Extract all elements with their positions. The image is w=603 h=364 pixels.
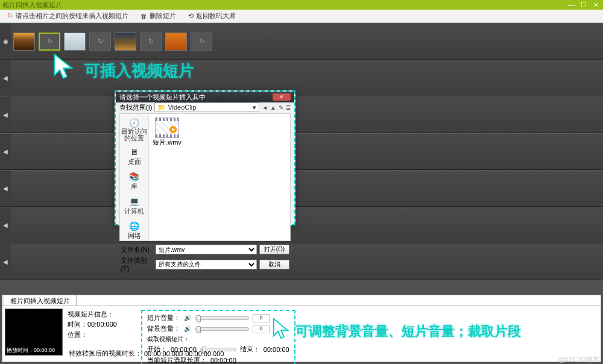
- file-dialog: 请选择一个视频短片插入其中 ✕ 查找范围(I) 📁 VideoClip ▾ ◄ …: [115, 90, 295, 225]
- duration-after-effect: 特效转换后的视频时长： 00:00:00.000 00:00:00.000: [69, 349, 224, 358]
- photo-thumb[interactable]: [165, 33, 187, 51]
- nav-up-icon[interactable]: ▲: [270, 104, 276, 111]
- place-recent[interactable]: 🕘最近访问的位置: [120, 118, 148, 142]
- photo-thumb[interactable]: [13, 33, 35, 51]
- toolbar-hint: ⚐ 请点击相片之间的按钮来插入视频短片: [7, 11, 128, 20]
- filename-field[interactable]: 短片.wmv: [156, 245, 257, 254]
- trash-icon: 🗑: [140, 13, 147, 20]
- file-item[interactable]: ▶ 短片.wmv: [153, 118, 182, 147]
- folder-icon: 📁: [157, 104, 166, 111]
- filename-label: 文件名(N): [121, 245, 153, 254]
- dialog-titlebar[interactable]: 请选择一个视频短片插入其中 ✕: [116, 92, 294, 102]
- dialog-close-button[interactable]: ✕: [273, 93, 291, 101]
- return-icon: ⟲: [188, 12, 194, 20]
- photo-thumb[interactable]: [115, 33, 136, 51]
- track-handle[interactable]: ◀: [0, 207, 11, 243]
- max-button[interactable]: ☐: [579, 2, 589, 8]
- place-desktop[interactable]: 🖥桌面: [128, 146, 141, 166]
- speaker-icon[interactable]: 🔊: [184, 315, 191, 321]
- track-row: ◀: [0, 170, 603, 207]
- track-row: ◀: [0, 133, 603, 170]
- cursor-icon: [271, 316, 295, 340]
- preview-time: 播放时间：00:00:00: [5, 346, 62, 355]
- info-header: 视频短片信息：: [68, 310, 135, 319]
- open-button[interactable]: 打开(O): [259, 245, 289, 254]
- cancel-button[interactable]: 取消: [259, 260, 289, 269]
- transition-slot[interactable]: ↻: [140, 33, 162, 51]
- watermark: @51CTO博客: [558, 355, 599, 364]
- clock-icon: 🕘: [129, 118, 140, 128]
- delete-clip-button[interactable]: 🗑 删除短片: [140, 11, 176, 20]
- track-handle[interactable]: ◀: [0, 171, 11, 206]
- clip-volume-value[interactable]: 0: [253, 314, 270, 322]
- track-handle[interactable]: ◉: [0, 24, 11, 59]
- library-icon: 📚: [129, 171, 140, 182]
- end-time[interactable]: 00:00:00: [264, 346, 289, 353]
- transition-slot[interactable]: ↻: [89, 33, 111, 51]
- place-computer[interactable]: 💻计算机: [124, 196, 144, 216]
- track-handle[interactable]: ◀: [0, 60, 11, 96]
- folder-dropdown[interactable]: 📁 VideoClip ▾: [154, 102, 259, 112]
- close-button[interactable]: ⨯: [591, 2, 601, 8]
- nav-view-icon[interactable]: ≣: [286, 104, 291, 111]
- filetype-field[interactable]: 所有支持的文件: [156, 260, 257, 269]
- back-button[interactable]: ⟲ 返回数码大师: [188, 11, 236, 20]
- track-handle[interactable]: ◀: [0, 244, 11, 280]
- computer-icon: 💻: [129, 196, 140, 207]
- bg-volume-label: 背景音量：: [147, 324, 180, 333]
- cursor-icon: [51, 51, 81, 81]
- clip-volume-label: 短片音量：: [147, 313, 180, 322]
- track-row: ◀: [0, 96, 603, 133]
- titlebar: 相片间插入视频短片 –– ☐ ⨯: [0, 0, 603, 10]
- speaker-icon[interactable]: 🔊: [184, 325, 191, 332]
- app-title: 相片间插入视频短片: [2, 1, 62, 10]
- preview-box[interactable]: 播放时间：00:00:00: [5, 309, 63, 356]
- transition-slot[interactable]: ↻: [191, 33, 212, 51]
- lookin-label: 查找范围(I): [119, 103, 152, 112]
- min-button[interactable]: ––: [567, 2, 576, 8]
- callout-adjust-volume: 可调整背景音量、短片音量；裁取片段: [295, 322, 521, 340]
- toolbar: ⚐ 请点击相片之间的按钮来插入视频短片 🗑 删除短片 ⟲ 返回数码大师: [0, 10, 603, 23]
- panel-tab[interactable]: 相片间插入视频短片: [4, 295, 77, 306]
- network-icon: 🌐: [129, 221, 140, 231]
- places-sidebar: 🕘最近访问的位置 🖥桌面 📚库 💻计算机 🌐网络: [120, 114, 149, 240]
- filetype-label: 文件类型(T): [121, 256, 153, 272]
- place-network[interactable]: 🌐网络: [128, 221, 141, 240]
- callout-insert-clip: 可插入视频短片: [84, 60, 194, 81]
- track-handle[interactable]: ◀: [0, 97, 11, 133]
- photo-thumb[interactable]: [64, 33, 86, 51]
- bg-volume-value[interactable]: 0: [253, 325, 270, 333]
- place-library[interactable]: 📚库: [129, 171, 140, 191]
- nav-back-icon[interactable]: ◄: [262, 104, 268, 111]
- file-list[interactable]: ▶ 短片.wmv: [149, 114, 290, 240]
- desktop-icon: 🖥: [129, 146, 140, 157]
- track-row: ◀: [0, 207, 603, 243]
- clip-volume-slider[interactable]: [195, 316, 249, 320]
- nav-new-icon[interactable]: ✎: [279, 104, 283, 111]
- track-row: ◉ ↻ ↻ ↻ ↻: [0, 23, 603, 60]
- bg-volume-slider[interactable]: [195, 327, 249, 331]
- track-row: ◀: [0, 243, 603, 280]
- dialog-title: 请选择一个视频短片插入其中: [119, 93, 206, 102]
- pos-label: 位置：: [68, 330, 135, 339]
- transition-slot[interactable]: ↻: [39, 33, 60, 51]
- video-file-icon: ▶: [155, 118, 179, 138]
- crop-header: 截取视频短片：: [147, 335, 289, 344]
- track-handle[interactable]: ◀: [0, 134, 11, 169]
- flag-icon: ⚐: [7, 12, 13, 20]
- end-label: 结束：: [240, 345, 260, 354]
